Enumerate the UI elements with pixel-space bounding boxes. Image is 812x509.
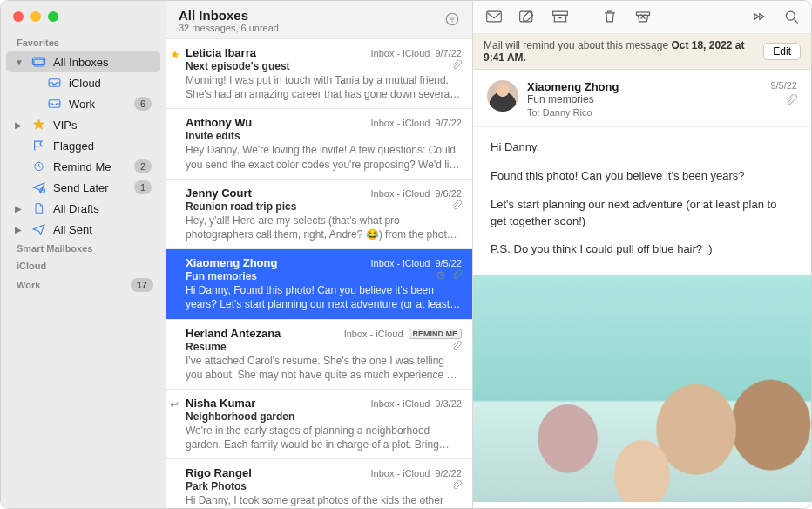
message-list-pane: All Inboxes 32 messages, 6 unread ★Letic… xyxy=(166,1,473,508)
tray-all-icon xyxy=(30,56,46,68)
more-button[interactable] xyxy=(750,9,768,27)
paperplane-icon xyxy=(30,223,46,235)
clock-icon xyxy=(436,270,446,282)
message-meta: Inbox - iCloud9/7/22 xyxy=(371,118,462,128)
svg-rect-10 xyxy=(553,11,568,15)
message-meta: Inbox - iCloud9/5/22 xyxy=(371,258,462,268)
svg-rect-8 xyxy=(487,11,502,22)
reader-subject: Fun memories xyxy=(527,93,761,105)
delete-button[interactable] xyxy=(601,9,619,27)
sidebar-item-vips[interactable]: ▶VIPs xyxy=(6,114,160,135)
sidebar-item-label: iCloud xyxy=(69,77,152,90)
zoom-window-button[interactable] xyxy=(48,11,58,22)
reader-toolbar xyxy=(473,1,811,34)
sidebar-item-label: Remind Me xyxy=(53,160,127,173)
chevron-right-icon[interactable]: ▶ xyxy=(15,120,24,130)
body-paragraph: P.S. Do you think I could pull off blue … xyxy=(491,241,794,258)
sidebar-item-icloud[interactable]: iCloud xyxy=(6,72,160,93)
star-icon: ★ xyxy=(170,48,180,61)
sidebar-item-send-later[interactable]: Send Later1 xyxy=(6,177,160,198)
message-row[interactable]: Herland AntezanaInbox - iCloudREMIND MER… xyxy=(166,320,472,390)
toolbar-divider xyxy=(585,10,585,27)
sidebar-item-label: All Drafts xyxy=(53,202,152,215)
reader-from: Xiaomeng Zhong xyxy=(527,80,761,93)
remind-badge: REMIND ME xyxy=(409,329,463,339)
body-paragraph: Let's start planning our next adventure … xyxy=(491,197,794,230)
filter-button[interactable] xyxy=(444,11,460,30)
svg-rect-0 xyxy=(32,58,44,65)
sidebar-item-all-inboxes[interactable]: ▼All Inboxes xyxy=(6,51,160,72)
compose-button[interactable] xyxy=(518,9,536,27)
message-indicators xyxy=(451,60,462,72)
archive-button[interactable] xyxy=(551,9,569,27)
send-later-icon xyxy=(30,181,46,193)
minimize-window-button[interactable] xyxy=(30,11,41,22)
sidebar-item-work[interactable]: Work6 xyxy=(6,93,160,114)
sidebar-item-label: All Inboxes xyxy=(53,56,152,69)
sidebar-item-count: 2 xyxy=(134,159,152,173)
message-list[interactable]: ★Leticia IbarraInbox - iCloud9/7/22Next … xyxy=(166,39,472,508)
sidebar-item-label: Send Later xyxy=(53,181,127,194)
message-indicators xyxy=(451,341,462,353)
body-paragraph: Hi Danny, xyxy=(491,139,794,156)
doc-icon xyxy=(30,202,46,214)
svg-point-13 xyxy=(786,11,795,20)
message-sender: Xiaomeng Zhong xyxy=(186,256,277,269)
message-subject: Invite edits xyxy=(186,130,240,142)
remind-banner: Mail will remind you about this message … xyxy=(473,34,811,70)
reader-message-header: Xiaomeng Zhong Fun memories To: Danny Ri… xyxy=(473,70,811,127)
mail-button[interactable] xyxy=(485,9,503,27)
sidebar-section-title[interactable]: Work17 xyxy=(1,275,166,295)
message-meta: Inbox - iCloudREMIND ME xyxy=(344,329,462,339)
close-window-button[interactable] xyxy=(13,11,24,22)
message-row[interactable]: Rigo RangelInbox - iCloud9/2/22Park Phot… xyxy=(166,459,472,508)
replied-icon: ↩ xyxy=(170,398,179,411)
message-row[interactable]: Xiaomeng ZhongInbox - iCloud9/5/22Fun me… xyxy=(166,249,472,319)
mailbox-title: All Inboxes xyxy=(179,8,279,23)
message-sender: Leticia Ibarra xyxy=(186,46,256,59)
message-preview: We're in the early stages of planning a … xyxy=(186,424,462,451)
attachment-icon xyxy=(451,270,462,282)
message-sender: Herland Antezana xyxy=(186,327,281,340)
message-row[interactable]: ★Leticia IbarraInbox - iCloud9/7/22Next … xyxy=(166,39,472,109)
message-indicators xyxy=(451,200,462,213)
chevron-down-icon[interactable]: ▼ xyxy=(15,58,24,67)
sidebar-item-label: Flagged xyxy=(53,139,152,153)
message-meta: Inbox - iCloud9/7/22 xyxy=(371,48,462,58)
window-controls xyxy=(1,6,166,34)
message-row[interactable]: Jenny CourtInbox - iCloud9/6/22Reunion r… xyxy=(166,180,472,249)
search-button[interactable] xyxy=(783,9,801,27)
sidebar-item-all-drafts[interactable]: ▶All Drafts xyxy=(6,198,160,219)
sidebar-item-count: 1 xyxy=(134,180,152,194)
chevron-right-icon[interactable]: ▶ xyxy=(15,204,24,214)
junk-button[interactable] xyxy=(634,9,652,27)
sidebar-section-title[interactable]: Smart Mailboxes xyxy=(1,240,166,257)
message-indicators xyxy=(436,270,462,282)
message-meta: Inbox - iCloud9/6/22 xyxy=(371,188,462,199)
avatar xyxy=(487,80,518,112)
message-preview: Hi Danny, I took some great photos of th… xyxy=(186,493,462,508)
attachment-icon xyxy=(770,94,797,108)
message-row[interactable]: ↩Nisha KumarInbox - iCloud9/3/22Neighbor… xyxy=(166,390,472,459)
remind-edit-button[interactable]: Edit xyxy=(763,43,801,60)
mailbox-subtitle: 32 messages, 6 unread xyxy=(179,23,279,33)
sidebar-item-remind-me[interactable]: Remind Me2 xyxy=(6,156,160,177)
sidebar-section-title[interactable]: Favorites xyxy=(1,34,166,51)
message-preview: Morning! I was put in touch with Tania b… xyxy=(186,73,462,101)
sidebar-item-all-sent[interactable]: ▶All Sent xyxy=(6,219,160,240)
message-subject: Fun memories xyxy=(186,270,257,282)
message-subject: Reunion road trip pics xyxy=(186,200,296,213)
attachment-icon xyxy=(451,60,462,72)
message-subject: Neighborhood garden xyxy=(186,411,294,423)
message-subject: Park Photos xyxy=(186,480,247,492)
sidebar-item-label: Work xyxy=(69,98,127,111)
message-row[interactable]: Anthony WuInbox - iCloud9/7/22Invite edi… xyxy=(166,109,472,179)
sidebar-section-title[interactable]: iCloud xyxy=(1,257,166,275)
inline-photo xyxy=(473,275,811,502)
message-preview: Hey Danny, We're loving the invite! A fe… xyxy=(186,143,462,171)
chevron-right-icon[interactable]: ▶ xyxy=(15,225,24,234)
star-icon xyxy=(30,119,46,131)
message-subject: Next episode's guest xyxy=(186,60,290,72)
sidebar-item-flagged[interactable]: Flagged xyxy=(6,135,160,156)
message-preview: Hi Danny, Found this photo! Can you beli… xyxy=(186,283,462,311)
